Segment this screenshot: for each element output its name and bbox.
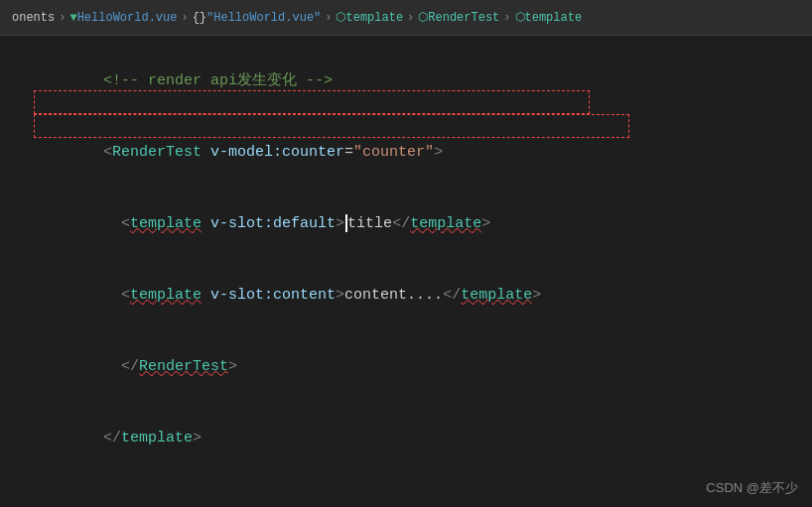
attr-vslot-default: v-slot:default: [202, 215, 336, 232]
breadcrumb-template-2[interactable]: template: [525, 11, 583, 25]
tag-rendertest: RenderTest: [112, 144, 202, 161]
close-end-4: >: [532, 287, 541, 304]
bc-sep-4: ›: [407, 11, 414, 25]
comment-text: <!-- render api发生变化 -->: [103, 72, 333, 89]
tag-bracket-close-5a: </: [121, 358, 139, 375]
space-2: [202, 144, 210, 161]
code-line-template-content: <template v-slot:content>content....</te…: [0, 260, 812, 331]
tag-end-5: >: [228, 358, 237, 375]
close-tag-4: template: [461, 287, 532, 304]
code-content-5: </RenderTest>: [34, 331, 812, 403]
code-line-rendertest-open: <RenderTest v-model:counter="counter">: [0, 117, 812, 189]
code-line-comment: <!-- render api发生变化 -->: [0, 46, 812, 117]
close-bracket-3: </: [392, 215, 410, 232]
close-template-tag: template: [121, 430, 193, 446]
code-line-template-default: <template v-slot:default>title</template…: [0, 189, 812, 260]
indent-5: [103, 358, 121, 375]
indent-4: [103, 287, 121, 304]
breadcrumb-onents: onents: [12, 11, 55, 25]
tag-template-4: template: [130, 287, 202, 304]
attr-vslot-content: v-slot:content: [202, 287, 336, 304]
breadcrumb-helloworld[interactable]: HelloWorld.vue: [77, 11, 178, 25]
content-dots: content....: [344, 287, 443, 304]
breadcrumb-rendertest[interactable]: RenderTest: [428, 11, 499, 25]
tag-close-4: >: [336, 287, 344, 304]
breadcrumb-template-1[interactable]: template: [345, 11, 403, 25]
code-content-3: <template v-slot:default>title</template…: [34, 189, 812, 260]
indent-3: [103, 215, 121, 232]
bc-curly-icon: {}: [193, 11, 206, 25]
vue-icon: ▼: [69, 11, 76, 25]
close-tag-3: template: [410, 215, 481, 232]
editor-area: <!-- render api发生变化 --> <RenderTest v-mo…: [0, 36, 812, 507]
attr-vmodel: v-model:counter: [210, 144, 344, 161]
bc-template-icon-2: ⬡: [515, 10, 525, 25]
tag-bracket-close-2: >: [434, 144, 443, 161]
code-content-6: </template>: [34, 403, 812, 474]
tag-bracket-open-2: <: [103, 144, 112, 161]
bc-sep-1: ›: [59, 11, 66, 25]
code-content-2: <RenderTest v-model:counter="counter">: [34, 117, 812, 189]
close-rendertest: RenderTest: [139, 358, 228, 375]
code-line-rendertest-close: </RenderTest>: [0, 331, 812, 403]
attr-val-counter: "counter": [353, 144, 434, 161]
code-content-e2: [34, 498, 812, 507]
code-content-4: <template v-slot:content>content....</te…: [34, 260, 812, 331]
breadcrumb-bar: onents › ▼ HelloWorld.vue › {} "HelloWor…: [0, 0, 812, 36]
content-title: title: [347, 215, 392, 232]
bc-sep-3: ›: [325, 11, 332, 25]
watermark: CSDN @差不少: [706, 479, 798, 497]
eq-2: =: [344, 144, 353, 161]
code-line-template-close: </template>: [0, 403, 812, 474]
code-content-e1: [34, 474, 812, 498]
tag-bracket-open-4: <: [121, 287, 130, 304]
tag-bracket-6: </: [103, 430, 121, 446]
bc-template-icon-1: ⬡: [336, 10, 345, 25]
breadcrumb-string-file[interactable]: "HelloWorld.vue": [206, 11, 321, 25]
tag-end-6: >: [193, 430, 202, 446]
bc-sep-2: ›: [181, 11, 188, 25]
tag-close-3: >: [336, 215, 344, 232]
tag-bracket-open-3: <: [121, 215, 130, 232]
close-end-3: >: [481, 215, 490, 232]
bc-sep-5: ›: [503, 11, 510, 25]
code-line-empty-1: [0, 474, 812, 498]
code-line-empty-2: [0, 498, 812, 507]
tag-template-3: template: [130, 215, 202, 232]
close-bracket-4: </: [443, 287, 461, 304]
code-content-1: <!-- render api发生变化 -->: [34, 46, 812, 117]
bc-rendertest-icon: ⬡: [418, 10, 428, 25]
